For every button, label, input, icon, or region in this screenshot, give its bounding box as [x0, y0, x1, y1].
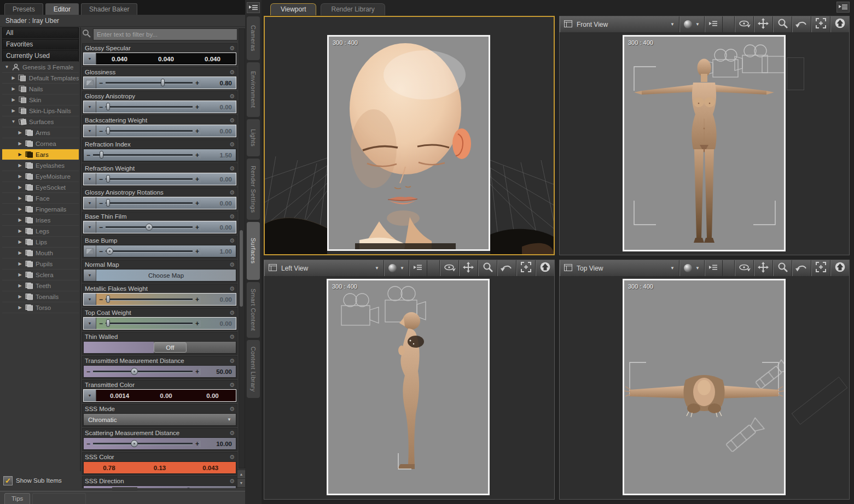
gear-icon[interactable]: ⚙ — [229, 142, 235, 148]
expander-icon[interactable]: ▶ — [11, 86, 16, 91]
side-tab-content-library[interactable]: Content Library — [247, 340, 260, 398]
slider-thumb[interactable] — [106, 199, 110, 207]
expander-icon[interactable]: ▶ — [18, 218, 22, 222]
top-view-scene[interactable]: 300 : 400 — [560, 276, 849, 499]
tree-item-legs[interactable]: ▶Legs — [2, 226, 79, 237]
tree-item-genesis-3-female[interactable]: ▼Genesis 3 Female — [2, 62, 79, 73]
scroll-down-button[interactable]: ▼ — [237, 478, 246, 488]
param-slider[interactable]: −+1.00 — [84, 486, 236, 488]
param-slider[interactable]: −+0.00 — [96, 173, 236, 185]
expander-icon[interactable]: ▶ — [18, 294, 22, 299]
tree-item-eyesocket[interactable]: ▶EyeSocket — [2, 182, 79, 193]
show-sub-items[interactable]: ✓ Show Sub Items — [3, 474, 62, 487]
expander-icon[interactable]: ▶ — [18, 196, 22, 201]
expander-icon[interactable]: ▶ — [18, 239, 22, 244]
tab-render-library[interactable]: Render Library — [321, 3, 385, 15]
tree-item-sclera[interactable]: ▶Sclera — [2, 269, 79, 280]
expander-icon[interactable]: ▶ — [18, 152, 22, 157]
slider-thumb[interactable] — [131, 368, 138, 375]
gear-icon[interactable]: ⚙ — [229, 382, 235, 388]
sss-mode-select[interactable]: Chromatic▼ — [84, 414, 236, 425]
param-slider[interactable]: −+1.50 — [84, 149, 236, 161]
splitter-grip[interactable] — [112, 487, 137, 490]
slider-thumb[interactable] — [100, 151, 103, 159]
zoom-button[interactable] — [772, 16, 792, 32]
param-dropdown-button[interactable]: ▼ — [84, 197, 96, 209]
expander-icon[interactable]: ▶ — [18, 174, 22, 179]
slider-thumb[interactable] — [106, 248, 113, 255]
side-tab-surfaces[interactable]: Surfaces — [247, 222, 260, 280]
param-value[interactable]: 1.50 — [200, 152, 234, 159]
left-view-scene[interactable]: 300 : 400 — [264, 276, 554, 499]
param-dropdown-button[interactable]: ▼ — [84, 53, 96, 65]
expander-icon[interactable]: ▶ — [11, 108, 16, 113]
expander-icon[interactable]: ▶ — [18, 228, 22, 233]
scrollbar-thumb[interactable] — [240, 230, 243, 307]
param-value[interactable]: 0.00 — [200, 200, 234, 207]
param-color-strip[interactable]: 0.780.130.043 — [84, 462, 236, 473]
drawstyle-selector[interactable]: ▼ — [384, 260, 409, 276]
param-value[interactable]: 0.00 — [200, 296, 234, 303]
slider-thumb[interactable] — [106, 295, 110, 303]
gear-icon[interactable]: ⚙ — [229, 262, 235, 268]
scroll-up-button[interactable]: ▲ — [237, 470, 246, 479]
pane-options-button[interactable] — [705, 16, 723, 32]
slider-thumb[interactable] — [106, 103, 110, 110]
frame-button[interactable] — [811, 260, 830, 276]
home-button[interactable] — [830, 16, 849, 32]
expander-icon[interactable]: ▶ — [18, 207, 22, 212]
tree-item-torso[interactable]: ▶Torso — [2, 302, 79, 313]
frame-button[interactable] — [516, 260, 535, 276]
orbit-button[interactable] — [734, 16, 753, 32]
gear-icon[interactable]: ⚙ — [229, 118, 235, 124]
front-view-scene[interactable]: 300 : 400 — [560, 32, 849, 255]
tree-item-arms[interactable]: ▶Arms — [2, 127, 79, 138]
param-value[interactable]: 0.00 — [200, 224, 234, 231]
home-button[interactable] — [535, 260, 554, 276]
view-selector[interactable]: Left View▼ — [264, 260, 384, 276]
param-value[interactable]: 0.80 — [200, 80, 234, 86]
param-color-strip[interactable]: 0.0400.0400.040 — [96, 53, 236, 65]
thin-walled-toggle[interactable]: Off — [154, 342, 187, 353]
drawstyle-selector[interactable]: ▼ — [679, 260, 705, 276]
expander-icon[interactable]: ▶ — [18, 261, 22, 266]
expander-icon[interactable]: ▶ — [11, 97, 16, 102]
gear-icon[interactable]: ⚙ — [229, 334, 235, 340]
side-tab-render-settings[interactable]: Render Settings — [247, 159, 260, 220]
expander-icon[interactable]: ▶ — [18, 272, 22, 277]
view-selector[interactable]: Top View▼ — [560, 260, 679, 276]
param-dropdown-button[interactable]: ▼ — [84, 390, 96, 401]
param-value[interactable]: 0.00 — [200, 176, 234, 183]
expander-icon[interactable]: ▶ — [18, 185, 22, 190]
expander-icon[interactable]: ▶ — [18, 283, 22, 288]
side-tab-smart-content[interactable]: Smart Content — [247, 282, 260, 338]
tab-viewport[interactable]: Viewport — [270, 3, 316, 15]
param-value[interactable]: 10.00 — [200, 441, 234, 447]
filter-all[interactable]: All — [2, 27, 79, 39]
param-value[interactable]: 0.00 — [200, 104, 234, 110]
param-value[interactable]: 50.00 — [200, 368, 234, 375]
param-dropdown-button[interactable]: ▼ — [84, 221, 96, 233]
param-slider[interactable]: −+50.00 — [84, 366, 236, 377]
gear-icon[interactable]: ⚙ — [229, 406, 235, 412]
param-map-button[interactable] — [84, 77, 96, 89]
expander-icon[interactable]: ▶ — [18, 130, 22, 135]
home-button[interactable] — [830, 260, 849, 276]
perspective-scene[interactable]: 300 : 400 — [265, 17, 554, 254]
gear-icon[interactable]: ⚙ — [229, 430, 235, 436]
pan-button[interactable] — [458, 260, 478, 276]
tree-item-mouth[interactable]: ▶Mouth — [2, 248, 79, 259]
param-slider[interactable]: −+0.00 — [96, 197, 236, 209]
view-selector[interactable]: Front View▼ — [560, 16, 679, 32]
expander-icon[interactable]: ▶ — [18, 305, 22, 310]
tree-item-surfaces[interactable]: ▼Surfaces — [2, 116, 79, 127]
param-slider[interactable]: −+0.00 — [96, 101, 236, 113]
slider-thumb[interactable] — [187, 488, 190, 489]
param-slider[interactable]: −+1.00 — [96, 245, 236, 257]
viewport-pane-menu-icon[interactable] — [836, 2, 850, 13]
param-slider[interactable]: −+0.00 — [96, 294, 236, 305]
filter-favorites[interactable]: Favorites — [2, 39, 79, 50]
tree-item-cornea[interactable]: ▶Cornea — [2, 138, 79, 149]
tree-item-nails[interactable]: ▶Nails — [2, 84, 79, 95]
param-value[interactable]: 0.00 — [200, 320, 234, 327]
